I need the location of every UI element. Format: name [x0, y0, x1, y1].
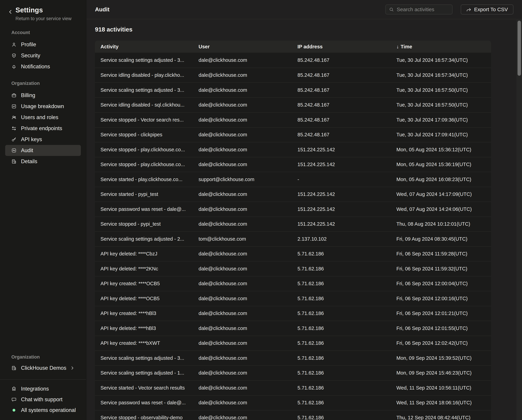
- audit-table: Activity User IP address ↓ Time Service …: [95, 41, 491, 420]
- table-cell-activity: Service idling disabled - play.clickho..…: [95, 72, 193, 78]
- sidebar-item-usage-breakdown[interactable]: Usage breakdown: [5, 101, 81, 112]
- table-row[interactable]: API key created: ****bXWTdale@clickhouse…: [95, 336, 491, 351]
- sidebar-item-integrations[interactable]: Integrations: [0, 383, 86, 394]
- building-icon: [11, 159, 16, 164]
- back-chevron-icon[interactable]: [8, 9, 13, 15]
- sidebar-item-private-endpoints[interactable]: Private endpoints: [5, 123, 81, 134]
- column-header-user[interactable]: User: [193, 44, 292, 50]
- billing-card-icon: [11, 93, 16, 98]
- table-row[interactable]: API key deleted: ****hBl3dale@clickhouse…: [95, 321, 491, 336]
- table-row[interactable]: Service idling disabled - play.clickho..…: [95, 68, 491, 83]
- table-row[interactable]: Service scaling settings adjusted - 1...…: [95, 366, 491, 381]
- chevron-right-icon: [70, 366, 75, 370]
- sidebar-item-label: API keys: [21, 136, 42, 142]
- table-cell-time: Fri, 06 Sep 2024 12:01:55(UTC): [391, 326, 491, 331]
- table-row[interactable]: Service password was reset - dale@...dal…: [95, 202, 491, 217]
- table-row[interactable]: Service started - pypi_testdale@clickhou…: [95, 187, 491, 202]
- table-cell-time: Wed, 07 Aug 2024 14:24:06(UTC): [391, 206, 491, 212]
- table-cell-time: Thu, 12 Sep 2024 08:42:44(UTC): [391, 415, 491, 420]
- table-row[interactable]: Service started - Vector search resultsd…: [95, 380, 491, 395]
- table-row[interactable]: Service stopped - play.clickhouse.co...d…: [95, 157, 491, 172]
- table-cell-activity: Service started - play.clickhouse.co...: [95, 177, 193, 182]
- search-input[interactable]: [397, 7, 449, 12]
- table-cell-activity: API key created: ****hBl3: [95, 311, 193, 316]
- table-cell-ip: 5.71.62.186: [292, 415, 391, 420]
- settings-sidebar: Settings Return to your service view Acc…: [0, 0, 86, 420]
- table-cell-user: dale@clickhouse.com: [193, 266, 292, 272]
- table-row[interactable]: Service stopped - pypi_testdale@clickhou…: [95, 217, 491, 232]
- table-cell-time: Tue, 30 Jul 2024 16:57:50(UTC): [391, 102, 491, 108]
- section-label-account: Account: [11, 30, 86, 35]
- sidebar-subtitle[interactable]: Return to your service view: [15, 16, 72, 21]
- table-cell-user: dale@clickhouse.com: [193, 221, 292, 227]
- table-cell-time: Wed, 11 Sep 2024 18:06:16(UTC): [391, 400, 491, 405]
- column-header-time[interactable]: ↓ Time: [391, 44, 491, 50]
- sidebar-item-profile[interactable]: Profile: [5, 39, 81, 50]
- table-row[interactable]: Service stopped - observability-demodale…: [95, 410, 491, 420]
- table-row[interactable]: Service scaling settings adjusted - 3...…: [95, 53, 491, 68]
- table-row[interactable]: Service stopped - Vector search res...da…: [95, 112, 491, 127]
- table-cell-time: Mon, 09 Sep 2024 15:39:52(UTC): [391, 355, 491, 361]
- table-cell-activity: Service stopped - play.clickhouse.co...: [95, 147, 193, 153]
- sidebar-item-label: Integrations: [21, 386, 49, 392]
- sidebar-item-label: Audit: [21, 147, 33, 154]
- table-row[interactable]: Service password was reset - dale@...dal…: [95, 395, 491, 410]
- table-cell-activity: Service stopped - observability-demo: [95, 415, 193, 420]
- table-cell-user: dale@clickhouse.com: [193, 355, 292, 361]
- org-switcher-clickhouse-demos[interactable]: ClickHouse Demos: [5, 363, 81, 373]
- table-cell-ip: -: [292, 177, 391, 182]
- table-cell-ip: 5.71.62.186: [292, 296, 391, 301]
- table-row[interactable]: API key created: ****OCB5dale@clickhouse…: [95, 276, 491, 291]
- table-cell-user: dale@clickhouse.com: [193, 147, 292, 153]
- search-icon: [389, 7, 394, 12]
- table-row[interactable]: Service idling disabled - sql.clickhou..…: [95, 97, 491, 112]
- table-row[interactable]: API key created: ****hBl3dale@clickhouse…: [95, 306, 491, 321]
- table-cell-ip: 5.71.62.186: [292, 340, 391, 346]
- table-cell-ip: 151.224.225.142: [292, 221, 391, 227]
- sidebar-item-chat-with-support[interactable]: Chat with support: [0, 394, 86, 405]
- table-cell-ip: 85.242.48.167: [292, 87, 391, 93]
- page-title: Audit: [95, 6, 109, 13]
- table-row[interactable]: Service scaling settings adjusted - 3...…: [95, 350, 491, 366]
- table-cell-activity: Service password was reset - dale@...: [95, 400, 193, 405]
- table-cell-ip: 5.71.62.186: [292, 355, 391, 361]
- sidebar-item-notifications[interactable]: Notifications: [5, 61, 81, 72]
- export-arrow-icon: [466, 7, 471, 12]
- sidebar-item-details[interactable]: Details: [5, 156, 81, 167]
- vertical-scrollbar[interactable]: [516, 20, 522, 420]
- sidebar-item-security[interactable]: Security: [5, 50, 81, 61]
- status-dot: [13, 409, 15, 412]
- sidebar-item-label: Profile: [21, 41, 36, 48]
- table-row[interactable]: Service scaling settings adjusted - 3...…: [95, 82, 491, 97]
- sidebar-item-billing[interactable]: Billing: [5, 90, 81, 101]
- table-cell-ip: 5.71.62.186: [292, 281, 391, 287]
- table-row[interactable]: Service scaling settings adjusted - 2...…: [95, 231, 491, 246]
- table-cell-ip: 85.242.48.167: [292, 132, 391, 138]
- table-row[interactable]: API key deleted: ****2KNcdale@clickhouse…: [95, 261, 491, 276]
- table-row[interactable]: API key deleted: ****OCB5dale@clickhouse…: [95, 291, 491, 306]
- table-row[interactable]: Service stopped - play.clickhouse.co...d…: [95, 142, 491, 157]
- column-header-activity[interactable]: Activity: [95, 44, 193, 50]
- scrollbar-thumb[interactable]: [518, 21, 521, 76]
- table-row[interactable]: Service stopped - clickpipesdale@clickho…: [95, 127, 491, 142]
- table-row[interactable]: Service started - play.clickhouse.co...s…: [95, 172, 491, 187]
- sidebar-item-audit[interactable]: Audit: [5, 145, 81, 156]
- sidebar-item-api-keys[interactable]: API keys: [5, 134, 81, 145]
- key-icon: [11, 137, 16, 142]
- table-cell-user: dale@clickhouse.com: [193, 87, 292, 93]
- table-cell-user: dale@clickhouse.com: [193, 191, 292, 197]
- status-label: All systems operational: [21, 407, 76, 413]
- table-cell-time: Tue, 30 Jul 2024 16:57:34(UTC): [391, 72, 491, 78]
- table-row[interactable]: API key deleted: ****CbzJdale@clickhouse…: [95, 246, 491, 261]
- table-cell-time: Fri, 06 Sep 2024 12:00:04(UTC): [391, 281, 491, 287]
- sidebar-item-users-and-roles[interactable]: Users and roles: [5, 112, 81, 123]
- system-status[interactable]: All systems operational: [0, 405, 86, 416]
- usage-chart-icon: [11, 104, 16, 109]
- column-header-ip-address[interactable]: IP address: [292, 44, 391, 50]
- table-cell-time: Fri, 09 Aug 2024 08:30:45(UTC): [391, 236, 491, 242]
- export-to-csv-button[interactable]: Export To CSV: [461, 4, 513, 15]
- table-cell-user: dale@clickhouse.com: [193, 162, 292, 167]
- table-cell-activity: Service started - Vector search results: [95, 385, 193, 391]
- activities-count: 918 activities: [95, 26, 522, 33]
- search-box[interactable]: [385, 4, 453, 15]
